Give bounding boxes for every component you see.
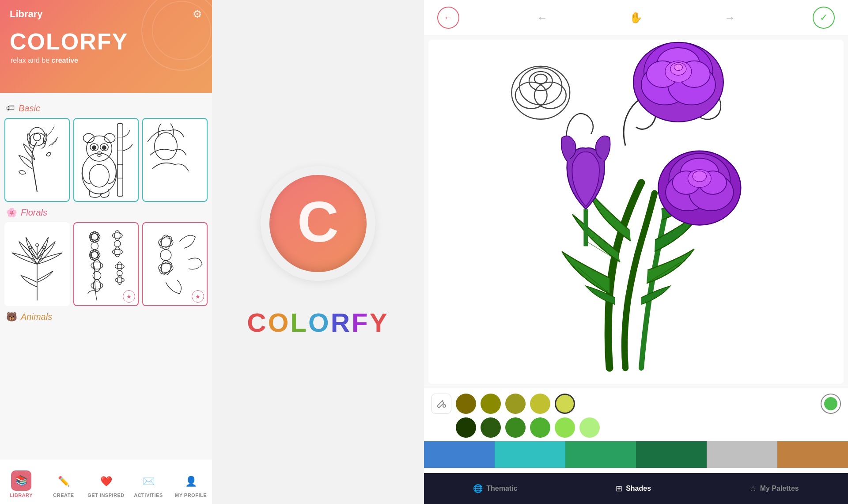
- app-logo-letter: C: [297, 193, 339, 250]
- inspired-nav-icon: ❤️: [100, 476, 112, 487]
- svg-point-41: [93, 280, 100, 292]
- color-dot-10[interactable]: [555, 417, 575, 438]
- nav-inspired-label: GET INSPIRED: [87, 493, 125, 498]
- back-icon: ←: [443, 12, 453, 23]
- panda-thumb[interactable]: [73, 118, 139, 202]
- color-fill-inner: [824, 397, 837, 410]
- tab-shades[interactable]: ⊞ Shades: [607, 480, 660, 497]
- svg-point-46: [117, 276, 122, 285]
- animals-section-label: 🐻 Animals: [6, 311, 208, 322]
- star-badge-flowers[interactable]: ★: [123, 290, 135, 303]
- svg-point-16: [89, 164, 109, 187]
- palette-strip-3[interactable]: [565, 441, 636, 468]
- brand-letter-f: F: [352, 307, 370, 338]
- nav-library[interactable]: 📚 LIBRARY: [0, 460, 42, 504]
- svg-point-7: [82, 153, 116, 194]
- partial-floral-thumb[interactable]: ★: [142, 222, 208, 306]
- touch-icon: ✋: [629, 11, 643, 24]
- nav-get-inspired[interactable]: ❤️ GET INSPIRED: [85, 460, 127, 504]
- palette-strip-4[interactable]: [636, 441, 707, 468]
- settings-icon[interactable]: ⚙: [193, 8, 202, 20]
- nav-activities[interactable]: ✉️ ACTIVITIES: [127, 460, 170, 504]
- basic-grid: [4, 118, 208, 202]
- svg-point-36: [115, 247, 120, 257]
- color-dot-4[interactable]: [530, 394, 550, 414]
- florals-section-name: Florals: [21, 208, 47, 218]
- svg-point-44: [117, 270, 122, 276]
- nav-profile-label: MY PROFILE: [175, 493, 207, 498]
- brand-letter-o2: O: [308, 307, 331, 338]
- create-nav-icon: ✏️: [58, 476, 70, 487]
- brand-letter-y: Y: [370, 307, 389, 338]
- svg-point-80: [519, 68, 562, 105]
- color-dot-6[interactable]: [456, 417, 476, 438]
- lily-thumb[interactable]: [4, 222, 70, 306]
- tab-thematic[interactable]: 🌐 Thematic: [464, 480, 526, 497]
- library-header: Library ⚙ COLORFY relax and be creative: [0, 0, 212, 93]
- brand-letter-c: C: [247, 307, 268, 338]
- back-button[interactable]: ←: [437, 7, 459, 29]
- svg-point-14: [102, 146, 106, 149]
- star-badge-floral2[interactable]: ★: [192, 290, 204, 303]
- nav-create-label: CREATE: [53, 493, 74, 498]
- svg-point-54: [158, 234, 174, 250]
- nav-create[interactable]: ✏️ CREATE: [42, 460, 85, 504]
- palette-strips: [424, 441, 848, 468]
- florals-icon: 🌸: [6, 207, 17, 218]
- svg-point-45: [117, 262, 122, 271]
- svg-point-13: [92, 146, 96, 149]
- palette-strip-1[interactable]: [424, 441, 495, 468]
- svg-point-48: [115, 278, 125, 282]
- svg-point-49: [160, 250, 171, 261]
- color-dot-7[interactable]: [481, 417, 501, 438]
- svg-point-1: [34, 133, 41, 140]
- svg-point-47: [115, 264, 125, 269]
- svg-point-68: [674, 64, 682, 70]
- color-dot-3[interactable]: [505, 394, 526, 414]
- palette-strip-5[interactable]: [707, 441, 777, 468]
- svg-point-38: [112, 249, 122, 254]
- rose-thumb[interactable]: [4, 118, 70, 202]
- color-row-2: [431, 417, 841, 438]
- svg-point-32: [88, 249, 101, 261]
- nav-activities-label: ACTIVITIES: [134, 493, 163, 498]
- my-palettes-icon: ☆: [750, 484, 757, 493]
- nav-profile[interactable]: 👤 MY PROFILE: [170, 460, 212, 504]
- flowers-thumb[interactable]: ★: [73, 222, 139, 306]
- svg-point-77: [693, 171, 706, 182]
- color-row-1: [431, 394, 841, 414]
- palette-strip-2[interactable]: [495, 441, 565, 468]
- color-dot-9[interactable]: [530, 417, 550, 438]
- paint-bucket-btn[interactable]: [431, 394, 451, 414]
- color-dot-1[interactable]: [456, 394, 476, 414]
- svg-point-25: [91, 243, 98, 250]
- tab-my-palettes[interactable]: ☆ My Palettes: [741, 480, 808, 497]
- svg-point-43: [91, 282, 103, 289]
- thematic-icon: 🌐: [473, 484, 483, 493]
- svg-point-34: [114, 241, 121, 247]
- left-panel: Library ⚙ COLORFY relax and be creative …: [0, 0, 212, 504]
- svg-point-17: [155, 133, 177, 160]
- svg-point-35: [115, 231, 120, 241]
- palette-strip-6[interactable]: [777, 441, 848, 468]
- redo-button[interactable]: →: [719, 7, 741, 29]
- library-title: Library: [10, 8, 43, 20]
- right-toolbar: ← ← ✋ → ✓: [424, 0, 848, 35]
- profile-nav-icon: 👤: [185, 476, 197, 487]
- app-logo-circle: C: [261, 166, 375, 281]
- undo-button[interactable]: ←: [531, 7, 553, 29]
- svg-point-30: [88, 231, 101, 243]
- brand-letter-r: R: [331, 307, 352, 338]
- color-dot-5-selected[interactable]: [555, 394, 575, 414]
- florals-section-label: 🌸 Florals: [6, 207, 208, 218]
- color-dot-8[interactable]: [505, 417, 526, 438]
- color-fill-toggle[interactable]: [821, 394, 841, 414]
- florals-grid: ★: [4, 222, 208, 306]
- svg-point-37: [112, 233, 122, 238]
- color-dot-11[interactable]: [579, 417, 600, 438]
- partial-basic-thumb[interactable]: [142, 118, 208, 202]
- color-dot-2[interactable]: [481, 394, 501, 414]
- touch-button[interactable]: ✋: [625, 7, 647, 29]
- bottom-nav: 📚 LIBRARY ✏️ CREATE ❤️ GET INSPIRED ✉️ A…: [0, 460, 212, 504]
- done-button[interactable]: ✓: [813, 7, 835, 29]
